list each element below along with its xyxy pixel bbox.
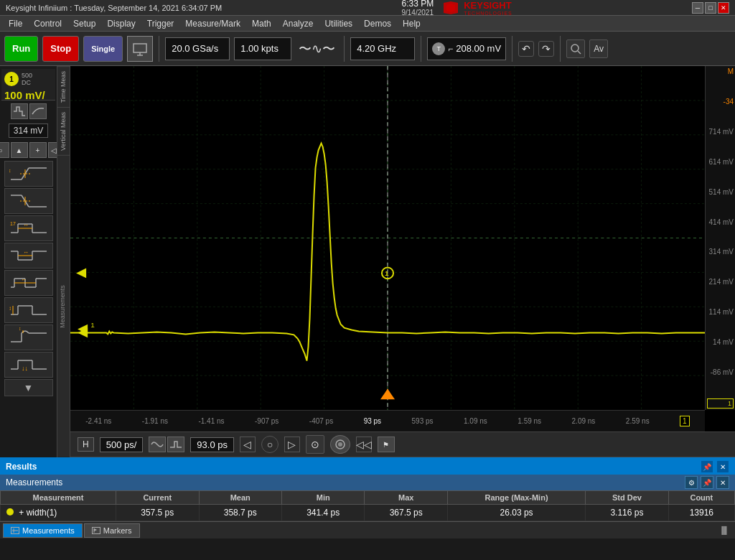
svg-marker-93 xyxy=(94,528,97,531)
meas-settings-btn[interactable]: ⚙ xyxy=(685,476,698,489)
t-593ps: 593 ps xyxy=(412,417,434,425)
stop-button[interactable]: Stop xyxy=(42,36,79,62)
ch-up-btn[interactable]: ▲ xyxy=(11,142,28,158)
col-current: Current xyxy=(116,491,199,505)
app-title: Keysight Infiniium : Tuesday, September … xyxy=(6,4,222,12)
zoom-knob[interactable]: ⊙ xyxy=(306,435,324,454)
separator-1 xyxy=(159,36,159,62)
menu-display[interactable]: Display xyxy=(101,16,141,32)
menu-math[interactable]: Math xyxy=(246,16,277,32)
svg-rect-2 xyxy=(134,44,146,52)
menu-setup[interactable]: Setup xyxy=(67,16,101,32)
results-pin-btn[interactable]: 📌 xyxy=(701,460,713,473)
t-1.91ns: -1.91 ns xyxy=(142,417,168,425)
overshoot-icon[interactable]: ↕ xyxy=(4,325,53,350)
more-icons-button[interactable]: ↓↓ xyxy=(4,352,53,378)
rise-time-icon[interactable]: ↕ xyxy=(4,161,53,187)
svg-text:↔: ↔ xyxy=(23,249,29,256)
tb-left-btn[interactable]: ◁ xyxy=(240,437,256,452)
tb-wave2[interactable] xyxy=(167,437,184,452)
scale-414: 414 mV xyxy=(707,218,734,226)
display-button[interactable] xyxy=(127,36,153,62)
trigger-level-display: 208.00 mV xyxy=(456,43,501,54)
meas-close-btn[interactable]: ✕ xyxy=(716,476,729,489)
measurements-table: Measurement Current Mean Min Max Range (… xyxy=(0,490,735,521)
meas-max: 367.5 ps xyxy=(365,505,447,521)
results-close-btn[interactable]: ✕ xyxy=(716,460,729,473)
waveform-type-1[interactable] xyxy=(11,103,28,119)
vertical-meas-tab[interactable]: Vertical Meas xyxy=(57,107,70,155)
scale-214: 214 mV xyxy=(707,278,734,286)
svg-marker-1 xyxy=(446,4,455,12)
menu-measure-mark[interactable]: Measure/Mark xyxy=(179,16,246,32)
time-meas-tab[interactable]: Time Meas xyxy=(57,66,70,107)
pulse-width-neg-icon[interactable]: ↔ xyxy=(4,243,53,269)
tab-measurements[interactable]: Measurements xyxy=(3,523,83,538)
svg-text:↔: ↔ xyxy=(23,222,29,228)
tb-right-btn[interactable]: ▷ xyxy=(284,437,300,452)
measurements-tab[interactable]: Measurements xyxy=(57,155,70,457)
zoom-icon[interactable] xyxy=(566,39,585,58)
menu-help[interactable]: Help xyxy=(397,16,426,32)
timebase-position: 93.0 ps xyxy=(190,437,234,452)
logo-icon xyxy=(441,0,461,16)
menu-control[interactable]: Control xyxy=(28,16,67,32)
separator-5 xyxy=(560,36,561,62)
ch-plus-btn[interactable]: + xyxy=(29,142,47,158)
channel-btn-row: ▼ ○ ▲ + ◁◁ ⚑ xyxy=(0,141,57,159)
scale-714: 714 mV xyxy=(707,128,734,136)
brand-sub: TECHNOLOGIES xyxy=(464,11,512,16)
h-label: H xyxy=(78,437,94,452)
brand-name: KEYSIGHT xyxy=(464,0,512,11)
tb-back-btn[interactable]: ◁◁ xyxy=(356,437,372,452)
scroll-down-button[interactable]: ▼ xyxy=(4,379,53,396)
scale-514: 514 mV xyxy=(707,188,734,196)
trigger-section: T ⌐ 208.00 mV xyxy=(427,37,506,60)
menu-trigger[interactable]: Trigger xyxy=(141,16,180,32)
col-measurement: Measurement xyxy=(1,491,116,505)
resize-handle[interactable]: ▐▌ xyxy=(716,526,732,534)
scale-114: 114 mV xyxy=(707,308,734,316)
menu-analyze[interactable]: Analyze xyxy=(277,16,319,32)
minimize-button[interactable]: ─ xyxy=(692,2,703,14)
period-icon[interactable]: ↔ xyxy=(4,270,53,296)
segment-btn[interactable] xyxy=(330,435,350,454)
meas-pin-btn[interactable]: 📌 xyxy=(701,476,713,489)
fall-time-icon[interactable] xyxy=(4,188,53,214)
close-button[interactable]: ✕ xyxy=(718,2,729,14)
m-value: -34 xyxy=(707,98,734,106)
results-title: Results xyxy=(6,462,37,472)
tb-wave1[interactable] xyxy=(149,437,166,452)
single-button[interactable]: Single xyxy=(83,36,123,62)
meas-min: 341.4 ps xyxy=(281,505,364,521)
trigger-edge-icon: ⌐ xyxy=(448,44,453,54)
ch-nav-btn[interactable]: ◁◁ xyxy=(48,142,58,158)
menu-file[interactable]: File xyxy=(3,16,28,32)
svg-text:↕: ↕ xyxy=(19,327,22,331)
cursor-icon[interactable]: Av xyxy=(589,39,608,58)
voltage-scale: M -34 714 mV 614 mV 514 mV 414 mV 314 mV… xyxy=(705,66,735,410)
results-controls: 📌 ✕ xyxy=(701,460,729,473)
ch-circle-btn[interactable]: ○ xyxy=(0,142,9,158)
scope-display: 1 1 M -34 714 mV 614 mV 514 mV 414 m xyxy=(70,66,735,431)
timebase-controls: H 500 ps/ 93.0 ps ◁ ○ ▷ ⊙ ◁◁ xyxy=(70,431,735,457)
meas-mean: 358.7 ps xyxy=(199,505,281,521)
maximize-button[interactable]: □ xyxy=(705,2,716,14)
time-scale: -2.41 ns -1.91 ns -1.41 ns -907 ps -407 … xyxy=(70,410,705,431)
tab-markers[interactable]: Markers xyxy=(84,523,140,538)
run-button[interactable]: Run xyxy=(4,36,38,62)
menu-utilities[interactable]: Utilities xyxy=(319,16,358,32)
separator-4 xyxy=(512,36,512,62)
svg-text:↔: ↔ xyxy=(21,276,27,283)
pulse-width-pos-icon[interactable]: ↔ 17 xyxy=(4,215,53,241)
meas-range: 26.03 ps xyxy=(447,505,585,521)
amplitude-icon[interactable]: ↕ xyxy=(4,297,53,323)
tb-center-btn[interactable]: ○ xyxy=(261,436,278,453)
frequency-display: 4.20 GHz xyxy=(350,37,415,60)
menu-demos[interactable]: Demos xyxy=(358,16,397,32)
tb-flag-btn[interactable]: ⚑ xyxy=(378,437,395,452)
t-2.41ns: -2.41 ns xyxy=(85,417,111,425)
waveform-type-2[interactable] xyxy=(29,103,47,119)
undo-button[interactable]: ↶ xyxy=(518,41,534,57)
redo-button[interactable]: ↷ xyxy=(538,41,554,57)
